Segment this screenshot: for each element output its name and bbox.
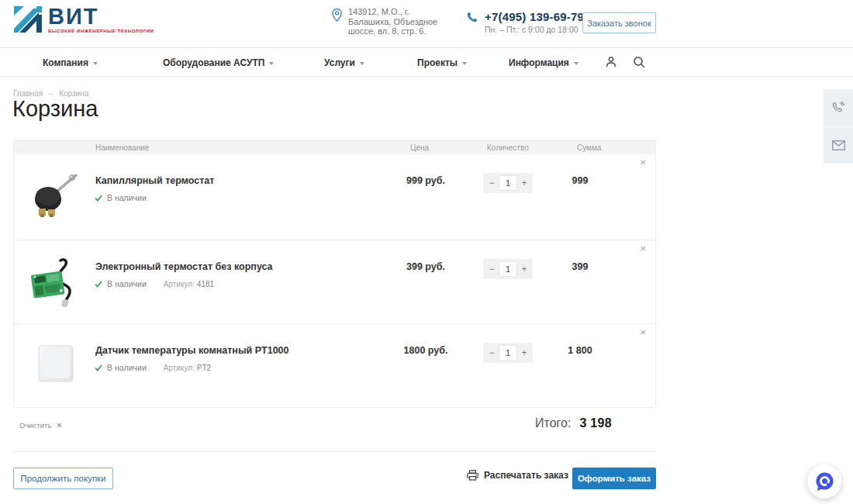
chat-bubble-icon — [814, 471, 835, 492]
product-price: 399 руб. — [379, 261, 472, 272]
product-price: 1800 руб. — [379, 345, 472, 356]
in-stock-check-icon — [95, 281, 102, 288]
location-pin-icon — [332, 9, 342, 22]
email-side-button[interactable] — [824, 126, 853, 164]
product-title[interactable]: Капиллярный термостат — [95, 175, 214, 186]
logo-tagline: ВЫСОКИЕ ИНЖЕНЕРНЫЕ ТЕХНОЛОГИИ — [48, 29, 154, 33]
product-image[interactable] — [28, 254, 82, 309]
address-line: 143912, М.О., г. — [348, 7, 437, 17]
quantity-decrease-button[interactable]: − — [486, 261, 497, 278]
clear-cart-icon: ✕ — [56, 421, 62, 430]
page-title: Корзина — [12, 96, 98, 122]
quantity-input[interactable] — [499, 175, 517, 191]
main-nav: Компания Оборудование АСУТП Услуги Проек… — [0, 48, 853, 77]
cart-row: × Капиллярный термостат В наличии — [14, 154, 655, 240]
divider — [13, 451, 656, 452]
column-header-price: Цена — [410, 143, 429, 152]
column-header-quantity: Количество — [487, 143, 529, 152]
nav-item-projects[interactable]: Проекты — [417, 48, 467, 77]
in-stock-label: В наличии — [107, 193, 147, 202]
envelope-icon — [832, 140, 845, 150]
phone-icon — [467, 12, 478, 22]
logo-icon — [13, 5, 43, 33]
quantity-decrease-button[interactable]: − — [486, 344, 497, 361]
cart-row: × Электронный термостат без — [14, 240, 655, 324]
callback-button[interactable]: Заказать звонок — [582, 12, 656, 33]
in-stock-check-icon — [95, 195, 102, 202]
quantity-stepper: − + — [483, 343, 533, 363]
phone-number[interactable]: +7(495) 139-69-79 — [485, 10, 584, 23]
quantity-decrease-button[interactable]: − — [486, 174, 497, 192]
product-image[interactable] — [28, 337, 82, 393]
quantity-increase-button[interactable]: + — [519, 174, 530, 192]
nav-item-services[interactable]: Услуги — [324, 48, 364, 77]
logo-text: ВИТ — [48, 5, 154, 27]
address-block: 143912, М.О., г. Балашиха, Объездное шос… — [332, 7, 437, 36]
nav-item-equipment[interactable]: Оборудование АСУТП — [163, 48, 274, 77]
cart-page: ВИТ ВЫСОКИЕ ИНЖЕНЕРНЫЕ ТЕХНОЛОГИИ 143912… — [0, 0, 853, 504]
quantity-increase-button[interactable]: + — [519, 261, 530, 278]
column-header-sum: Сумма — [577, 143, 601, 152]
checkout-button[interactable]: Оформить заказ — [572, 468, 656, 489]
product-title[interactable]: Датчик температуры комнатный PT1000 — [95, 345, 289, 356]
printer-icon — [467, 470, 478, 481]
call-side-button[interactable] — [824, 89, 853, 126]
phone-ring-icon — [832, 102, 844, 114]
clear-cart-button[interactable]: Очистить ✕ — [19, 421, 63, 430]
address-line: Балашиха, Объездное — [348, 17, 437, 27]
cart-table-header: Наименование Цена Количество Сумма — [14, 141, 655, 154]
product-sum: 1 800 — [541, 345, 619, 356]
cart-row: × Датчик температуры комнатный PT1000 В … — [14, 324, 655, 407]
print-order-button[interactable]: Распечатать заказ — [467, 470, 568, 481]
quantity-stepper: − + — [483, 259, 533, 279]
quantity-increase-button[interactable]: + — [519, 344, 530, 361]
remove-item-icon[interactable]: × — [640, 243, 646, 254]
company-logo[interactable]: ВИТ ВЫСОКИЕ ИНЖЕНЕРНЫЕ ТЕХНОЛОГИИ — [13, 5, 154, 33]
remove-item-icon[interactable]: × — [640, 157, 646, 168]
chevron-down-icon — [93, 62, 98, 65]
total-label: Итого: — [535, 416, 571, 430]
product-sum: 999 — [541, 175, 619, 186]
search-icon[interactable] — [632, 55, 646, 69]
site-header: ВИТ ВЫСОКИЕ ИНЖЕНЕРНЫЕ ТЕХНОЛОГИИ 143912… — [0, 0, 853, 48]
product-title[interactable]: Электронный термостат без корпуса — [95, 261, 273, 272]
in-stock-label: В наличии — [107, 363, 147, 372]
total-value: 3 198 — [579, 416, 612, 430]
phone-block: +7(495) 139-69-79 Пн. – Пт.: с 9:00 до 1… — [467, 10, 584, 34]
column-header-name: Наименование — [95, 143, 149, 152]
continue-shopping-button[interactable]: Продолжить покупки — [13, 468, 113, 489]
working-hours: Пн. – Пт.: с 9:00 до 18:00 — [485, 25, 584, 34]
chat-widget-button[interactable] — [807, 464, 841, 499]
quantity-input[interactable] — [499, 261, 517, 277]
quantity-input[interactable] — [499, 345, 517, 361]
chevron-down-icon — [574, 62, 578, 65]
account-icon[interactable] — [604, 55, 618, 69]
cart-table: Наименование Цена Количество Сумма × — [13, 140, 656, 408]
product-image[interactable] — [28, 167, 82, 223]
chevron-down-icon — [360, 62, 364, 65]
in-stock-check-icon — [95, 364, 102, 371]
product-sum: 399 — [541, 261, 619, 272]
chevron-down-icon — [269, 62, 274, 65]
address-line: шоссе, вл. 8, стр. 6. — [348, 26, 437, 36]
product-sku: Артикул:PT2 — [164, 364, 211, 372]
contact-side-panel — [824, 89, 853, 164]
nav-item-company[interactable]: Компания — [43, 48, 98, 77]
product-price: 999 руб. — [379, 175, 472, 186]
product-sku: Артикул:4181 — [164, 280, 214, 288]
quantity-stepper: − + — [483, 173, 533, 193]
chevron-down-icon — [462, 62, 467, 65]
nav-item-information[interactable]: Информация — [509, 48, 578, 77]
cart-total: Итого: 3 198 — [535, 416, 612, 430]
remove-item-icon[interactable]: × — [640, 327, 646, 338]
in-stock-label: В наличии — [107, 279, 147, 288]
